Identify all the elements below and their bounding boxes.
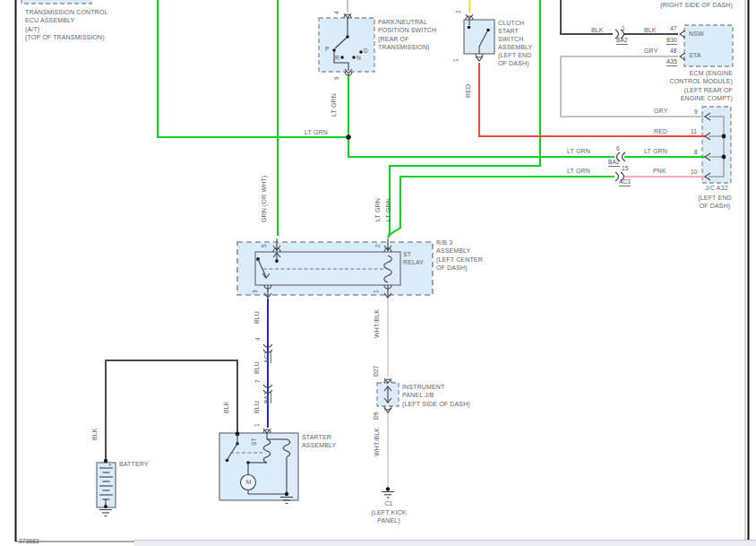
battery-plus: + — [108, 461, 112, 468]
pns-position-n: N — [357, 55, 361, 62]
tcm-location-label: (A/T) (TOP OF TRANSMISSION) — [25, 26, 105, 41]
ecm-pin-48: 48 — [670, 48, 677, 55]
document-number: 373683 — [19, 538, 39, 545]
junction-dots — [346, 134, 351, 140]
ecm-terminal-sta: STA — [689, 52, 701, 59]
ipjb-pin-d27: D27 — [373, 366, 380, 377]
c1-label: C1 — [371, 500, 407, 507]
tcm-box — [21, 0, 91, 4]
tcm-label: TRANSMISSION CONTROL ECU ASSEMBLY — [25, 9, 107, 24]
wire-label-lt-grn-b: LT GRN — [385, 198, 392, 221]
wire-label-lt-grn-junction: LT GRN — [305, 129, 328, 136]
jc-name: J/C A32 — [697, 185, 736, 192]
ecm-conn-b30: B30 — [666, 37, 677, 45]
starter-label: STARTER ASSEMBLY — [302, 433, 336, 450]
wire-label-blk-2: BLK — [644, 27, 657, 34]
wire-label-lt-grn-pns: LT GRN — [331, 93, 338, 117]
rb3-pin-5: 5 — [261, 244, 268, 247]
splice-6-name: BA2 — [608, 159, 620, 167]
wire-lt-grn-tcm — [158, 0, 346, 137]
wire-label-blu-1: BLU — [253, 311, 261, 324]
ecm-pin-47: 47 — [670, 25, 677, 32]
pns-position-p: P — [325, 46, 330, 53]
c1-ground-icon — [382, 487, 394, 498]
splice-ba2-top-pin: 1 — [622, 25, 625, 32]
pns-position-r: R — [335, 55, 339, 62]
ecm-terminal-nsw: NSW — [689, 30, 704, 38]
splice-symbols — [263, 30, 625, 394]
pns-position-d: D — [364, 48, 368, 55]
battery-ground-icon — [99, 510, 112, 516]
wire-label-lt-grn-row8-l: LT GRN — [567, 148, 590, 155]
wire-label-blu-3: BLU — [253, 401, 261, 413]
splice-7-name: BA2 — [263, 392, 271, 403]
wiring-diagram-page: TRANSMISSION CONTROL ECU ASSEMBLY (A/T) … — [0, 0, 756, 546]
splice-4-pin: 4 — [254, 337, 262, 341]
wire-label-blk-battery: BLK — [91, 428, 99, 440]
jc-location: (LEFT END OF DASH) — [690, 194, 740, 211]
rb3-label: R/B 3 ASSEMBLY (LEFT CENTER OF DASH) — [436, 238, 483, 272]
wire-label-red: RED — [654, 128, 667, 135]
park-neutral-switch-box — [319, 18, 374, 72]
pns-pin-top: 4 — [333, 11, 340, 14]
wire-label-grn-or-wht: GRN (OR WHT) — [261, 176, 268, 222]
rb3-pin-2: 2 — [374, 244, 382, 247]
rb3-pin-3: 3 — [252, 290, 259, 293]
rb3-pin-1: 1 — [373, 290, 380, 293]
wire-label-lt-grn-row10-l: LT GRN — [567, 168, 590, 175]
right-side-of-dash-label: (RIGHT SIDE OF DASH) — [627, 2, 733, 9]
pns-label: PARK/NEUTRAL POSITION SWITCH (REAR OF TR… — [378, 18, 436, 51]
c1-location: (LEFT KICK PANEL) — [362, 508, 416, 525]
clutch-label: CLUTCH START SWITCH ASSEMBLY (LEFT END O… — [498, 19, 532, 67]
splice-15-name: AC3 — [619, 178, 631, 186]
ecm-conn-a35: A35 — [666, 58, 677, 66]
motor-icon: M — [245, 479, 253, 486]
wire-label-blk-1: BLK — [591, 27, 604, 34]
pns-pin-bottom: 9 — [333, 76, 340, 80]
wire-label-gry-1: GRY — [644, 48, 658, 55]
splice-ba2-top-name: BA2 — [616, 37, 628, 45]
wire-label-wht-blk-upper: WHT/BLK — [374, 309, 381, 338]
wire-label-blu-2: BLU — [253, 361, 261, 374]
starter-terminal-st: ST — [251, 438, 258, 446]
wire-label-wht-blk-lower: WHT/BLK — [374, 428, 381, 456]
clutch-pin-top: 2 — [455, 10, 462, 13]
jc-pin-10: 10 — [691, 169, 698, 176]
st-relay-label: ST RELAY — [403, 250, 424, 266]
wire-label-blk-starter: BLK — [223, 401, 230, 413]
battery-label: BATTERY — [119, 461, 149, 468]
ecm-label: ECM (ENGINE CONTROL MODULE) (LEFT REAR O… — [627, 69, 733, 102]
jc-pin-9: 9 — [694, 108, 698, 116]
jc-pin-11: 11 — [691, 128, 697, 135]
wire-blk-battery — [106, 360, 237, 461]
wire-label-lt-grn-a: LT GRN — [374, 198, 382, 221]
wire-lt-grn-to-splice15 — [388, 177, 614, 238]
horizontal-scrollbar[interactable] — [134, 540, 756, 546]
starter-pin-1: 1 — [253, 423, 261, 427]
splice-15-pin: 15 — [622, 165, 629, 172]
jc-pin-8: 8 — [694, 149, 698, 156]
ipjb-pin-d9: D9 — [373, 412, 380, 420]
wire-blk-top-left — [561, 0, 613, 34]
wire-label-red-vertical: RED — [465, 84, 472, 98]
splice-4-name: AC1 — [263, 351, 271, 363]
splice-7-pin: 7 — [254, 379, 262, 383]
wire-label-pnk: PNK — [653, 168, 666, 175]
splice-6-pin: 6 — [616, 145, 620, 152]
wire-label-gry-2: GRY — [654, 108, 668, 115]
wire-label-lt-grn-row8-r: LT GRN — [644, 148, 667, 155]
clutch-pin-bottom: 1 — [452, 58, 460, 62]
ipjb-label: INSTRUMENT PANEL J/B (LEFT SIDE OF DASH) — [402, 383, 470, 408]
